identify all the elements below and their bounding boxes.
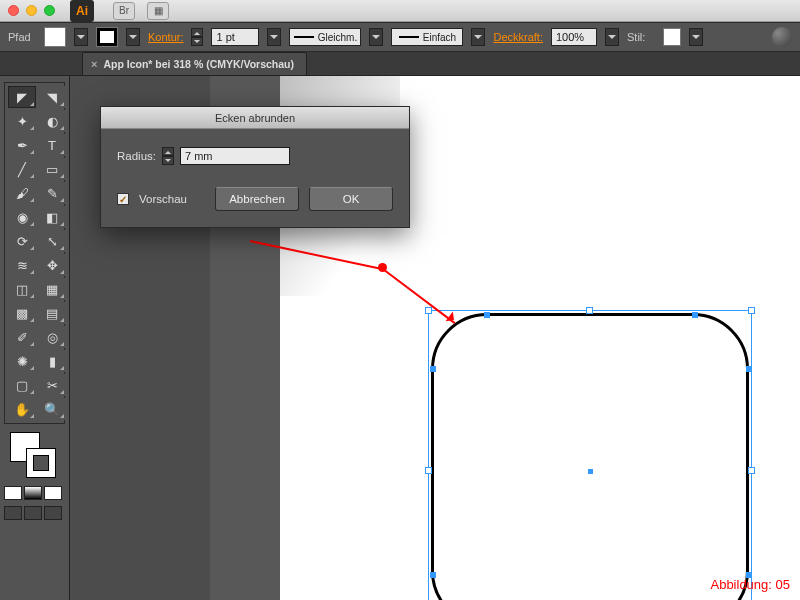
stroke-color-icon[interactable] — [26, 448, 56, 478]
document-setup-icon[interactable] — [772, 27, 792, 47]
figure-caption: Abbildung: 05 — [710, 577, 790, 592]
radius-step-down[interactable] — [162, 156, 174, 165]
blob-brush-tool[interactable]: ◉ — [8, 206, 36, 228]
selection-tool[interactable]: ◤ — [8, 86, 36, 108]
fill-dropdown[interactable] — [74, 28, 88, 46]
tools-panel: ◤◥✦◐✒T╱▭🖌✎◉◧⟳⤡≋✥◫▦▩▤✐◎✺▮▢✂✋🔍 — [0, 76, 70, 600]
preview-label: Vorschau — [139, 193, 187, 205]
rotate-tool[interactable]: ⟳ — [8, 230, 36, 252]
resize-handle[interactable] — [748, 307, 755, 314]
arrange-documents-button[interactable]: ▦ — [147, 2, 169, 20]
paintbrush-tool[interactable]: 🖌 — [8, 182, 36, 204]
magic-wand-tool[interactable]: ✦ — [8, 110, 36, 132]
column-graph-tool[interactable]: ▮ — [38, 350, 66, 372]
stroke-weight-dropdown[interactable] — [267, 28, 281, 46]
slice-tool[interactable]: ✂ — [38, 374, 66, 396]
fill-stroke-control[interactable] — [4, 430, 65, 482]
document-tab-bar: × App Icon* bei 318 % (CMYK/Vorschau) — [0, 52, 800, 76]
radius-stepper[interactable] — [162, 147, 174, 165]
anchor-point[interactable] — [484, 312, 490, 318]
opacity-dropdown[interactable] — [605, 28, 619, 46]
eyedropper-tool[interactable]: ✐ — [8, 326, 36, 348]
anchor-point[interactable] — [430, 572, 436, 578]
close-tab-icon[interactable]: × — [91, 58, 97, 70]
resize-handle[interactable] — [425, 467, 432, 474]
type-tool[interactable]: T — [38, 134, 66, 156]
blend-tool[interactable]: ◎ — [38, 326, 66, 348]
stroke-swatch[interactable] — [96, 27, 118, 47]
eraser-tool[interactable]: ◧ — [38, 206, 66, 228]
stroke-weight-up[interactable] — [191, 28, 203, 37]
round-corners-dialog: Ecken abrunden Radius: ✓ Vorschau Abbrec… — [100, 106, 410, 228]
stroke-dropdown[interactable] — [126, 28, 140, 46]
draw-normal-icon[interactable] — [4, 506, 22, 520]
radius-label: Radius: — [117, 150, 156, 162]
draw-inside-icon[interactable] — [44, 506, 62, 520]
close-window-icon[interactable] — [8, 5, 19, 16]
pen-tool[interactable]: ✒ — [8, 134, 36, 156]
stroke-weight-down[interactable] — [191, 37, 203, 46]
draw-behind-icon[interactable] — [24, 506, 42, 520]
selection-type-label: Pfad — [8, 31, 36, 43]
app-badge: Ai — [70, 0, 94, 22]
anchor-point[interactable] — [746, 366, 752, 372]
perspective-grid-tool[interactable]: ▦ — [38, 278, 66, 300]
style-label: Stil: — [627, 31, 655, 43]
resize-handle[interactable] — [425, 307, 432, 314]
width-profile-dropdown[interactable] — [369, 28, 383, 46]
stroke-weight-input[interactable] — [211, 28, 259, 46]
style-dropdown[interactable] — [689, 28, 703, 46]
resize-handle[interactable] — [748, 467, 755, 474]
shape-builder-tool[interactable]: ◫ — [8, 278, 36, 300]
opacity-input[interactable] — [551, 28, 597, 46]
anchor-point[interactable] — [692, 312, 698, 318]
zoom-window-icon[interactable] — [44, 5, 55, 16]
resize-handle[interactable] — [586, 307, 593, 314]
free-transform-tool[interactable]: ✥ — [38, 254, 66, 276]
ok-button[interactable]: OK — [309, 187, 393, 211]
zoom-tool[interactable]: 🔍 — [38, 398, 66, 420]
artboard-tool[interactable]: ▢ — [8, 374, 36, 396]
fill-swatch[interactable] — [44, 27, 66, 47]
center-point-icon — [588, 469, 593, 474]
line-segment-tool[interactable]: ╱ — [8, 158, 36, 180]
scale-tool[interactable]: ⤡ — [38, 230, 66, 252]
hand-tool[interactable]: ✋ — [8, 398, 36, 420]
symbol-sprayer-tool[interactable]: ✺ — [8, 350, 36, 372]
brush-dropdown[interactable] — [471, 28, 485, 46]
preview-checkbox[interactable]: ✓ — [117, 193, 129, 205]
radius-step-up[interactable] — [162, 147, 174, 156]
gradient-mode-icon[interactable] — [24, 486, 42, 500]
control-bar: Pfad Kontur: Gleichm. Einfach Deckkraft:… — [0, 22, 800, 52]
none-mode-icon[interactable] — [44, 486, 62, 500]
direct-selection-tool[interactable]: ◥ — [38, 86, 66, 108]
brush-definition[interactable]: Einfach — [391, 28, 463, 46]
anchor-point[interactable] — [430, 366, 436, 372]
mac-titlebar: Ai Br ▦ — [0, 0, 800, 22]
width-tool[interactable]: ≋ — [8, 254, 36, 276]
document-tab[interactable]: × App Icon* bei 318 % (CMYK/Vorschau) — [82, 52, 307, 75]
opacity-panel-link[interactable]: Deckkraft: — [493, 31, 543, 43]
variable-width-profile[interactable]: Gleichm. — [289, 28, 361, 46]
bridge-button[interactable]: Br — [113, 2, 135, 20]
color-mode-icon[interactable] — [4, 486, 22, 500]
rectangle-tool[interactable]: ▭ — [38, 158, 66, 180]
selection-bounding-box — [428, 310, 752, 600]
gradient-tool[interactable]: ▤ — [38, 302, 66, 324]
lasso-tool[interactable]: ◐ — [38, 110, 66, 132]
stroke-panel-link[interactable]: Kontur: — [148, 31, 183, 43]
graphic-style-swatch[interactable] — [663, 28, 681, 46]
cancel-button[interactable]: Abbrechen — [215, 187, 299, 211]
document-tab-title: App Icon* bei 318 % (CMYK/Vorschau) — [103, 58, 294, 70]
mesh-tool[interactable]: ▩ — [8, 302, 36, 324]
minimize-window-icon[interactable] — [26, 5, 37, 16]
radius-input[interactable] — [180, 147, 290, 165]
pencil-tool[interactable]: ✎ — [38, 182, 66, 204]
dialog-title: Ecken abrunden — [101, 107, 409, 129]
